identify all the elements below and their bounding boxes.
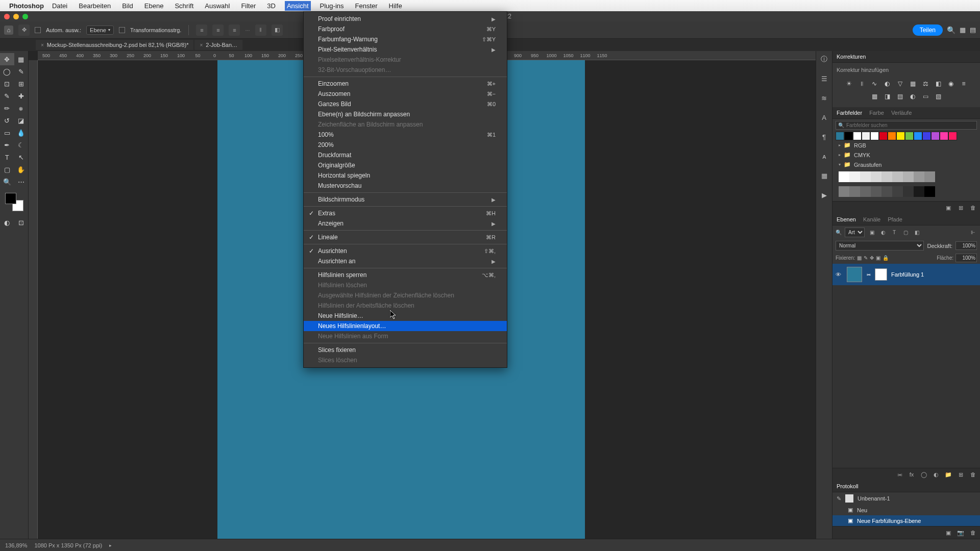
workspace-icon[interactable]: ▦ [960,26,966,34]
menu-item[interactable]: Neues Hilfslinienlayout… [304,321,507,331]
lock-pixels-icon[interactable]: ✎ [864,255,868,261]
swatch[interactable] [849,186,860,197]
home-icon[interactable]: ⌂ [4,26,13,35]
paragraph-panel-icon[interactable]: ¶ [819,132,829,142]
swatch-group-cmyk[interactable]: ▸📁CMYK [836,150,977,160]
filter-smartobj-icon[interactable]: ◧ [913,229,921,237]
blur-tool[interactable]: 💧 [14,127,29,139]
layer-row[interactable]: 👁 ⫘ Farbfüllung 1 [832,264,980,285]
history-snapshot[interactable]: ✎ Unbenannt-1 [832,492,980,505]
history-step[interactable]: ▣ Neu [832,505,980,515]
distribute-icon[interactable]: ⫴ [255,24,266,36]
hand-tool[interactable]: ✋ [14,163,29,176]
zoom-tool[interactable]: 🔍 [0,176,14,188]
threshold-icon[interactable]: ◐ [908,92,917,101]
close-tab-icon[interactable]: × [41,42,44,48]
swatch[interactable] [839,186,849,197]
layer-filter-dropdown[interactable]: Art [845,228,865,237]
zoom-level[interactable]: 136,89% [5,542,27,548]
menu-item[interactable]: Farbproof⌘Y [304,24,507,34]
quickmask-icon[interactable]: ◐ [0,216,14,229]
3d-mode-icon[interactable]: ◧ [272,24,283,36]
folder-icon[interactable]: ▣ [944,204,952,212]
fill-input[interactable] [955,254,977,262]
foreground-background-colors[interactable] [4,192,24,212]
trash-icon[interactable]: 🗑 [969,204,977,212]
curves-icon[interactable]: ∿ [870,79,879,88]
tab-korrekturen[interactable]: Korrekturen [837,54,866,60]
swatch[interactable] [836,132,844,140]
lock-position-icon[interactable]: ✥ [870,255,874,261]
swatch[interactable] [892,171,903,182]
hsl-icon[interactable]: ▦ [908,79,917,88]
mask-icon[interactable]: ◯ [920,470,928,479]
play-icon[interactable]: ▶ [819,190,829,200]
swatch[interactable] [881,186,892,197]
adjustment-layer-icon[interactable]: ◐ [932,470,940,479]
menu-item[interactable]: Einzoomen⌘+ [304,79,507,89]
styles-panel-icon[interactable]: ≋ [819,93,829,103]
align-left-icon[interactable]: ≡ [196,24,207,36]
shape-tool[interactable]: ▢ [0,163,14,176]
exposure-icon[interactable]: ◐ [883,79,892,88]
filter-toggle[interactable]: ⊩ [969,229,977,237]
menu-hilfe[interactable]: Hilfe [387,1,404,11]
history-brush-tool[interactable]: ↺ [0,114,14,127]
eyedropper-tool[interactable]: ✎ [0,90,14,102]
menu-item[interactable]: Druckformat [304,150,507,160]
swatch[interactable] [862,132,870,140]
lock-artboard-icon[interactable]: ▣ [876,255,880,261]
levels-icon[interactable]: ⫴ [857,79,866,88]
menu-item[interactable]: Farbumfang-Warnung⇧⌘Y [304,34,507,44]
menu-plug-ins[interactable]: Plug-ins [318,1,346,11]
layer-thumbnail[interactable] [847,267,862,282]
doc-tab-0[interactable]: ×Mockup-Stellenausschreibung-2.psd bei 8… [36,40,193,50]
info-panel-icon[interactable]: ⓘ [819,54,829,64]
trash-icon[interactable]: 🗑 [969,470,977,479]
tab-pfade[interactable]: Pfade [888,216,902,222]
channel-mixer-icon[interactable]: ≡ [959,79,968,88]
swatch[interactable] [892,186,903,197]
link-icon[interactable]: ⫘ [866,272,871,277]
vertical-ruler[interactable] [29,60,38,539]
bw-icon[interactable]: ◧ [934,79,943,88]
menu-ebene[interactable]: Ebene [142,1,166,11]
menu-item[interactable]: Mustervorschau [304,181,507,191]
menu-item[interactable]: 200% [304,140,507,150]
move-tool[interactable]: ✥ [0,53,14,65]
swatch[interactable] [871,171,881,182]
swatch[interactable] [860,186,871,197]
swatch[interactable] [903,186,914,197]
brush-tool[interactable]: ✏ [0,102,14,114]
menu-item[interactable]: Proof einrichten▶ [304,14,507,24]
character-panel-icon[interactable]: A [819,112,829,122]
dodge-tool[interactable]: ☾ [14,139,29,151]
eraser-tool[interactable]: ◪ [14,114,29,127]
menu-item[interactable]: Bildschirmmodus▶ [304,194,507,205]
menu-item[interactable]: ✓Ausrichten⇧⌘, [304,246,507,256]
menu-filter[interactable]: Filter [239,1,258,11]
menu-auswahl[interactable]: Auswahl [203,1,232,11]
menu-item[interactable]: Anzeigen▶ [304,218,507,229]
type-tool[interactable]: T [0,151,14,163]
screenmode-icon[interactable]: ⊡ [14,216,29,229]
auto-select-checkbox[interactable] [35,27,41,33]
frame-tool[interactable]: ⊞ [14,78,29,90]
status-chevron-icon[interactable]: ▸ [109,543,112,548]
menu-ansicht[interactable]: Ansicht [285,1,311,11]
swatch-search-input[interactable] [846,122,974,128]
opacity-input[interactable] [955,241,977,250]
visibility-icon[interactable]: 👁 [836,271,843,278]
new-layer-icon[interactable]: ⊞ [957,470,965,479]
swatch[interactable] [948,132,957,140]
menu-item[interactable]: ✓Lineale⌘R [304,232,507,242]
menu-item[interactable]: Ebene(n) an Bildschirm anpassen [304,109,507,119]
new-swatch-icon[interactable]: ⊞ [957,204,965,212]
trash-icon[interactable]: 🗑 [969,529,977,537]
path-select-tool[interactable]: ↖ [14,151,29,163]
doc-tab-1[interactable]: ×2-Job-Ban… [194,40,242,50]
group-icon[interactable]: 📁 [944,470,952,479]
swatch[interactable] [853,132,862,140]
history-step[interactable]: ▣ Neue Farbfüllungs-Ebene [832,515,980,526]
tab-farbe[interactable]: Farbe [869,110,884,116]
